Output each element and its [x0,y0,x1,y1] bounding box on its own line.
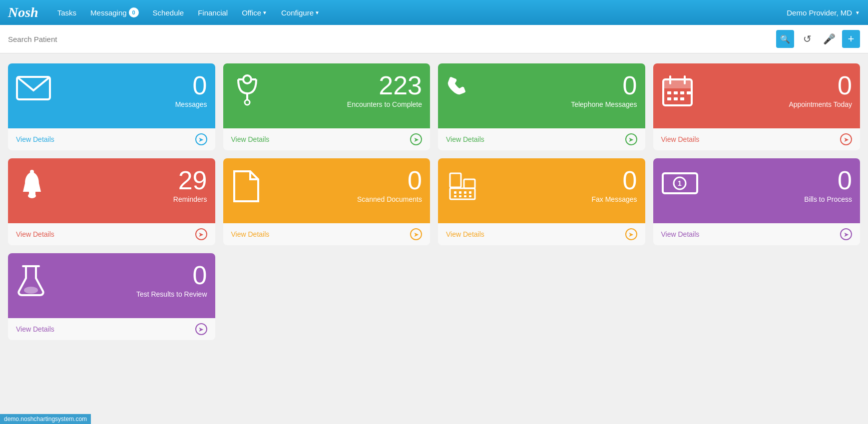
messaging-badge: 0 [129,7,139,17]
test-results-label: Test Results to Review [136,290,207,298]
svg-rect-30 [469,195,471,197]
test-results-arrow[interactable]: ➤ [195,323,207,335]
messages-count: 0 [175,72,207,98]
messages-label: Messages [175,100,207,108]
document-icon [231,169,261,208]
svg-rect-22 [464,179,475,188]
envelope-icon [16,74,51,106]
microphone-button[interactable]: 🎤 [820,30,838,48]
reminders-view-details[interactable]: View Details [16,230,54,238]
office-dropdown-arrow: ▼ [262,10,267,15]
svg-point-18 [28,193,36,198]
user-menu[interactable]: Demo Provider, MD ▼ [787,8,860,17]
main-content: 0 Messages View Details ➤ [0,53,868,350]
bell-icon [16,169,48,206]
telephone-count: 0 [571,72,637,98]
svg-point-1 [243,75,251,83]
reminders-count: 29 [173,167,207,193]
widget-bills[interactable]: 1 0 Bills to Process View Details ➤ [653,158,861,245]
nav-configure[interactable]: Configure ▼ [274,0,327,25]
flask-icon [16,264,46,303]
appointments-count: 0 [789,72,852,98]
money-icon: 1 [661,169,699,201]
widget-telephone[interactable]: 0 Telephone Messages View Details ➤ [438,63,645,150]
svg-text:1: 1 [678,179,682,187]
svg-rect-15 [674,97,678,100]
widget-fax[interactable]: 0 Fax Messages View Details ➤ [438,158,645,245]
nav-tasks[interactable]: Tasks [50,0,83,25]
svg-rect-24 [459,191,461,194]
stethoscope-icon [231,74,264,111]
bills-count: 0 [804,167,852,193]
search-bar: 🔍 ↺ 🎤 + [0,25,868,53]
fax-count: 0 [591,167,637,193]
fax-arrow[interactable]: ➤ [625,228,637,240]
widget-test-results[interactable]: 0 Test Results to Review View Details ➤ [8,253,215,340]
svg-rect-7 [663,79,692,88]
bills-label: Bills to Process [804,195,852,203]
encounters-count: 223 [347,72,422,98]
search-button[interactable]: 🔍 [776,30,794,48]
svg-rect-27 [454,195,456,197]
telephone-label: Telephone Messages [571,100,637,108]
calendar-icon [661,74,694,111]
widget-reminders[interactable]: 29 Reminders View Details ➤ [8,158,215,245]
messages-view-details[interactable]: View Details [16,135,54,143]
svg-rect-13 [687,91,691,94]
encounters-label: Encounters to Complete [347,100,422,108]
dashboard-grid: 0 Messages View Details ➤ [8,63,860,340]
fax-icon [446,169,478,206]
appointments-arrow[interactable]: ➤ [840,133,852,145]
svg-rect-11 [674,91,678,94]
fax-label: Fax Messages [591,195,637,203]
scanned-docs-arrow[interactable]: ➤ [410,228,422,240]
encounters-arrow[interactable]: ➤ [410,133,422,145]
phone-icon [446,74,476,109]
appointments-label: Appointments Today [789,100,852,108]
svg-rect-10 [667,91,671,94]
search-input[interactable] [8,35,772,43]
svg-point-19 [30,170,34,174]
widget-appointments[interactable]: 0 Appointments Today View Details ➤ [653,63,861,150]
svg-rect-21 [450,188,475,199]
test-results-count: 0 [136,262,207,288]
nav-financial[interactable]: Financial [191,0,235,25]
reminders-arrow[interactable]: ➤ [195,228,207,240]
telephone-arrow[interactable]: ➤ [625,133,637,145]
scanned-docs-label: Scanned Documents [357,195,422,203]
test-results-view-details[interactable]: View Details [16,325,54,333]
messages-arrow[interactable]: ➤ [195,133,207,145]
svg-rect-28 [459,195,461,197]
svg-point-35 [24,287,38,294]
svg-rect-12 [680,91,684,94]
configure-dropdown-arrow: ▼ [315,10,320,15]
encounters-view-details[interactable]: View Details [231,135,270,143]
nav-schedule[interactable]: Schedule [146,0,191,25]
bills-arrow[interactable]: ➤ [840,228,852,240]
reminders-label: Reminders [173,195,207,203]
appointments-view-details[interactable]: View Details [661,135,700,143]
scanned-docs-view-details[interactable]: View Details [231,230,270,238]
fax-view-details[interactable]: View Details [446,230,484,238]
history-button[interactable]: ↺ [798,30,816,48]
user-name: Demo Provider, MD [787,8,852,17]
svg-rect-16 [680,97,684,100]
svg-rect-29 [464,195,466,197]
nav-messaging[interactable]: Messaging 0 [83,0,146,25]
scanned-docs-count: 0 [357,167,422,193]
nav-office[interactable]: Office ▼ [235,0,274,25]
user-dropdown-arrow: ▼ [855,10,860,15]
svg-rect-20 [450,173,461,187]
widget-messages[interactable]: 0 Messages View Details ➤ [8,63,215,150]
widget-encounters[interactable]: 223 Encounters to Complete View Details … [223,63,431,150]
bills-view-details[interactable]: View Details [661,230,700,238]
app-logo: Nosh [8,4,38,20]
svg-rect-23 [454,191,456,194]
main-navigation: Nosh Tasks Messaging 0 Schedule Financia… [0,0,868,25]
widget-scanned-docs[interactable]: 0 Scanned Documents View Details ➤ [223,158,431,245]
telephone-view-details[interactable]: View Details [446,135,484,143]
svg-point-5 [245,100,250,105]
svg-rect-14 [667,97,671,100]
svg-rect-26 [469,191,471,194]
add-button[interactable]: + [842,30,860,48]
